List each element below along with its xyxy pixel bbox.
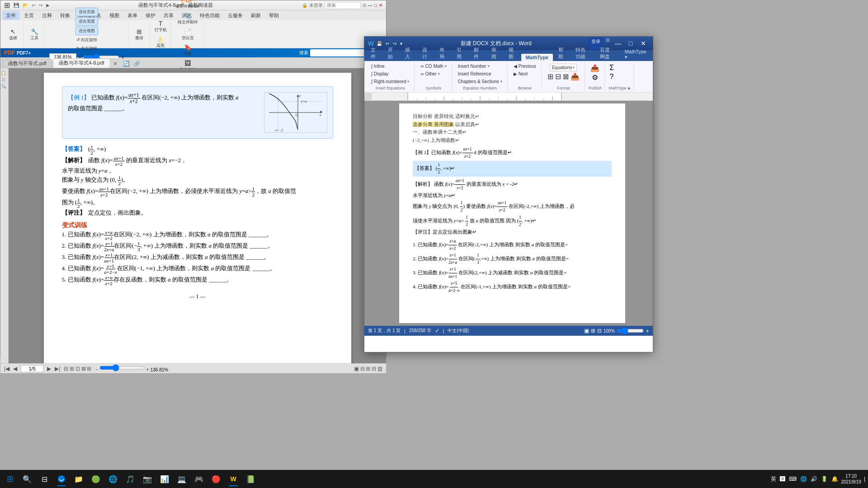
taskbar-input-method-icon[interactable]: 英: [770, 474, 777, 484]
taskbar-explorer-icon[interactable]: 📁: [71, 471, 87, 487]
mt-other-btn[interactable]: ∞ Other ▾: [418, 70, 448, 77]
pdf-rotate-right-btn[interactable]: ↻ 向右旋转: [75, 45, 99, 52]
taskbar-clock[interactable]: 17:10 2021/8/19: [841, 473, 861, 485]
mt-chapters-sections-btn[interactable]: Chapters & Sections ▾: [456, 78, 505, 85]
taskbar-ime-icon[interactable]: 🅰: [779, 475, 786, 483]
taskbar-app7-icon[interactable]: 📊: [156, 471, 173, 487]
pdf-close-tab-btn[interactable]: ✕: [111, 60, 119, 68]
taskbar-app6-icon[interactable]: 📷: [139, 471, 156, 487]
taskbar-search-btn[interactable]: 🔍: [19, 471, 35, 487]
mt-mathtype-icon2[interactable]: ?: [609, 73, 630, 81]
pdf-fit-width-btn[interactable]: 适合宽度: [75, 17, 98, 26]
pdf-select-btn[interactable]: ↖ 选择: [5, 27, 21, 42]
pdf-fit-btn4[interactable]: ⊠: [81, 366, 86, 372]
taskbar-volume-icon[interactable]: 🔊: [810, 475, 818, 483]
pdf-menu-home[interactable]: 主页: [20, 11, 38, 20]
pdf-view-btn3[interactable]: ⊞: [366, 366, 370, 372]
pdf-first-page-btn[interactable]: |◀: [4, 366, 9, 372]
taskbar-network-icon[interactable]: 🌐: [799, 475, 808, 483]
pdf-menu-cloud[interactable]: 云服务: [224, 11, 246, 20]
word-tab-mail[interactable]: 邮件: [469, 46, 486, 61]
pdf-bookmark-btn[interactable]: 🔖 书签: [179, 43, 196, 58]
pdf-menu-special[interactable]: 特色功能: [196, 11, 223, 20]
pdf-menu-file[interactable]: 文件: [2, 11, 19, 20]
mt-display-btn[interactable]: ∫ Display: [369, 70, 411, 77]
word-view-btn2[interactable]: ⊞: [591, 328, 595, 334]
pdf-page-indicator[interactable]: [21, 365, 43, 372]
word-tab-design[interactable]: 设计: [418, 46, 434, 61]
pdf-tools-btn[interactable]: 🔧 工具: [26, 27, 42, 42]
word-tab-view[interactable]: 视图: [504, 46, 520, 61]
mt-mathtype-icon1[interactable]: Σ: [609, 64, 630, 72]
taskbar-app4-icon[interactable]: 🌐: [105, 471, 121, 487]
word-tab-baidu[interactable]: 百度网盘: [595, 46, 619, 61]
mt-right-numbered-btn[interactable]: ∫ Right-numbered ▾: [369, 78, 411, 85]
pdf-menu-table[interactable]: 表单: [124, 11, 141, 20]
pdf-rotate-left-btn[interactable]: ↺ 向左旋转: [75, 36, 99, 44]
pdf-rearrange-btn[interactable]: ⊞ 重排: [131, 27, 147, 42]
pdf-typewriter-btn[interactable]: T 打字机: [152, 19, 169, 34]
pdf-next-page-btn[interactable]: ▶: [47, 366, 51, 372]
taskbar-taskview-btn[interactable]: ⊟: [36, 471, 52, 487]
taskbar-start-btn[interactable]: ⊞: [2, 471, 18, 487]
pdf-minimize-btn[interactable]: —: [368, 3, 373, 8]
taskbar-app8-icon[interactable]: 💻: [174, 471, 190, 487]
taskbar-app11-icon[interactable]: W: [225, 471, 241, 487]
word-word-count-icon[interactable]: ✓: [435, 328, 439, 334]
pdf-menu-share[interactable]: 共享: [160, 11, 177, 20]
pdf-menu-notes[interactable]: 注释: [38, 11, 56, 20]
taskbar-edge-icon[interactable]: [53, 471, 70, 487]
pdf-zoom-display-minus[interactable]: −: [95, 366, 98, 373]
pdf-tab-2[interactable]: 函数与不等式4-8.pdf: [53, 58, 110, 68]
pdf-view-btn5[interactable]: ▥: [377, 366, 382, 372]
taskbar-app5-icon[interactable]: 🎵: [122, 471, 138, 487]
pdf-tab-1[interactable]: 函数与不等式.pdf: [2, 59, 52, 68]
pdf-fit-page-btn[interactable]: 适合页面: [75, 8, 98, 16]
taskbar-app9-icon[interactable]: 🎮: [191, 471, 207, 487]
mt-format-icon3[interactable]: ⊠: [563, 72, 569, 81]
word-tab-special[interactable]: 特色功能: [571, 46, 594, 61]
taskbar-app10-icon[interactable]: 🔴: [208, 471, 224, 487]
pdf-prev-page-btn[interactable]: ◀: [13, 366, 17, 372]
word-tab-references[interactable]: 引用: [452, 46, 468, 61]
mt-publish-btn[interactable]: 📤: [590, 64, 601, 72]
mt-math-btn[interactable]: ∞ CO Math ▾: [418, 63, 448, 70]
pdf-zoom-display-plus[interactable]: +: [146, 366, 149, 373]
pdf-view-btn2[interactable]: ⊟: [360, 366, 365, 372]
pdf-fit-btn2[interactable]: ⊞: [70, 366, 74, 372]
pdf-view-btn4[interactable]: ⊟: [372, 366, 376, 372]
pdf-zoom-range[interactable]: [99, 364, 145, 371]
pdf-last-page-btn[interactable]: ▶|: [55, 366, 60, 372]
taskbar-battery-icon[interactable]: 🔋: [820, 475, 829, 483]
pdf-fit-btn3[interactable]: ⊡: [75, 366, 80, 372]
pdf-search-input[interactable]: [310, 49, 364, 56]
taskbar-ime2-icon[interactable]: ⌨: [788, 475, 797, 483]
pdf-highlight-btn[interactable]: A̲ 高亮: [152, 35, 169, 50]
taskbar-notification-icon[interactable]: 🔔: [830, 475, 839, 483]
pdf-maximize-btn[interactable]: □: [374, 3, 377, 8]
mt-insert-reference-btn[interactable]: Insert Reference: [456, 70, 505, 77]
word-tab-mathtype[interactable]: MathType: [521, 54, 553, 61]
word-tab-mathtype2[interactable]: MathType ▾: [620, 48, 651, 61]
taskbar-show-desktop-btn[interactable]: |: [863, 475, 866, 483]
word-tab-insert[interactable]: 插入: [401, 46, 417, 61]
word-zoom-slider[interactable]: [617, 327, 644, 334]
pdf-menu-protect[interactable]: 保护: [142, 11, 159, 20]
pdf-menu-help[interactable]: 帮助: [265, 11, 283, 20]
taskbar-app12-icon[interactable]: 📗: [242, 471, 259, 487]
pdf-title-search[interactable]: [325, 2, 361, 9]
word-tab-review[interactable]: 审阅: [487, 46, 503, 61]
word-tab-layout[interactable]: 布局: [435, 46, 451, 61]
pdf-menu-view[interactable]: 视图: [106, 11, 123, 20]
mt-inline-btn[interactable]: ∫ Inline: [369, 63, 411, 70]
mt-previous-btn[interactable]: ◀ Previous: [511, 63, 538, 70]
word-view-btn3[interactable]: ⊟: [597, 328, 602, 334]
mt-next-btn[interactable]: ▶ Next: [511, 70, 538, 77]
mt-format-icon1[interactable]: ⊞: [547, 72, 553, 81]
mt-equations-dropdown[interactable]: Equations ▾: [550, 64, 577, 71]
word-view-btn1[interactable]: ▣: [584, 328, 589, 334]
pdf-refresh-btn[interactable]: 🔄: [121, 60, 132, 68]
pdf-menu-flash[interactable]: 刷新: [247, 11, 264, 20]
mt-insert-number-btn[interactable]: Insert Number ▾: [456, 63, 505, 70]
mt-publish-icon[interactable]: 📤: [571, 72, 580, 81]
